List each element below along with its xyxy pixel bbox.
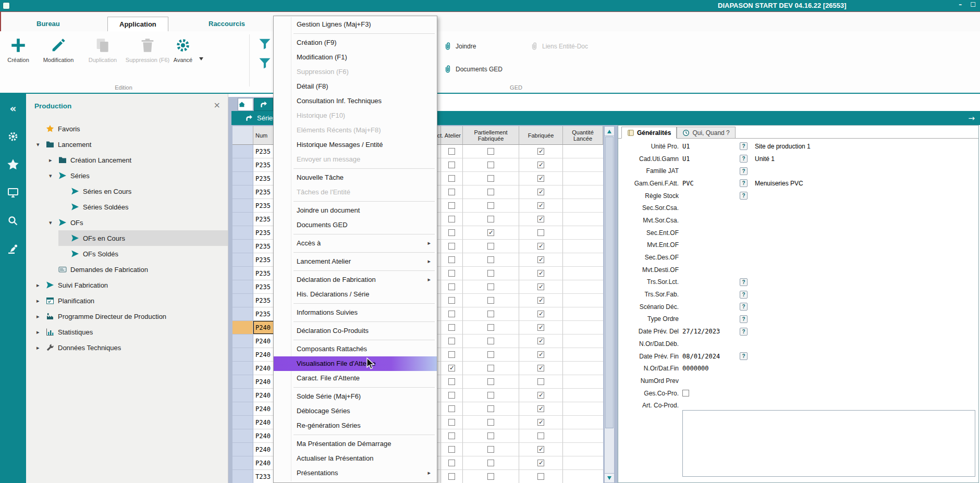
menu-item-historique-messages-entite[interactable]: Historique Messages / Entité (274, 138, 437, 152)
cell-partiel[interactable] (463, 443, 519, 456)
partiel-checkbox[interactable] (487, 392, 494, 399)
partiel-checkbox[interactable] (487, 460, 494, 466)
cell-atelier[interactable] (441, 335, 463, 348)
fabriquee-checkbox[interactable] (537, 283, 544, 290)
partiel-checkbox[interactable] (487, 216, 494, 222)
help-button[interactable]: ? (740, 155, 748, 163)
cell-partiel[interactable] (463, 226, 519, 240)
row-selector[interactable] (232, 443, 253, 456)
cell-fabriquee[interactable] (519, 389, 563, 402)
partiel-checkbox[interactable] (487, 432, 494, 439)
nav-item-ofs-soldes[interactable]: OFs Soldés (26, 246, 228, 262)
row-selector[interactable] (232, 253, 253, 267)
cell-atelier[interactable] (441, 321, 463, 335)
nav-item-series[interactable]: ▾Séries (26, 168, 228, 183)
menu-item-re-generation-series[interactable]: Re-génération Séries (274, 418, 437, 433)
sidebar-search-button[interactable] (6, 214, 20, 228)
field-value[interactable]: U1 (682, 143, 740, 150)
partiel-checkbox[interactable] (487, 311, 494, 317)
row-selector[interactable] (232, 226, 253, 240)
partiel-checkbox[interactable] (487, 365, 494, 371)
cell-atelier[interactable] (441, 240, 463, 253)
column-header[interactable]: Partiellement Fabriquée (463, 126, 519, 145)
nav-item-donnees-techniques[interactable]: ▸Données Techniques (26, 340, 228, 355)
row-selector[interactable] (232, 402, 253, 416)
cell-partiel[interactable] (463, 362, 519, 375)
menu-item-detail-f8[interactable]: Détail (F8) (274, 79, 437, 94)
nav-item-ofs-en-cours[interactable]: OFs en Cours (26, 230, 228, 246)
scroll-down-button[interactable] (605, 473, 614, 482)
menu-item-joindre-un-document[interactable]: Joindre un document (274, 203, 437, 218)
fabriquee-checkbox[interactable] (537, 202, 544, 209)
partiel-checkbox[interactable] (487, 338, 494, 344)
help-button[interactable]: ? (740, 303, 748, 311)
sidebar-desktop-button[interactable] (6, 185, 20, 200)
partiel-checkbox[interactable] (487, 243, 494, 250)
atelier-checkbox[interactable] (448, 311, 455, 317)
nav-close-button[interactable]: × (214, 100, 220, 110)
row-selector[interactable] (232, 158, 253, 172)
cell-atelier[interactable] (441, 213, 463, 226)
cell-fabriquee[interactable] (519, 416, 563, 429)
atelier-checkbox[interactable] (448, 243, 455, 250)
atelier-checkbox[interactable] (448, 229, 455, 236)
row-selector[interactable] (232, 375, 253, 389)
partiel-checkbox[interactable] (487, 297, 494, 304)
fabriquee-checkbox[interactable] (537, 162, 544, 168)
column-header[interactable]: ct. Atelier (441, 126, 463, 145)
maximize-button[interactable]: ☐ (970, 1, 976, 8)
cell-fabriquee[interactable] (519, 267, 563, 280)
atelier-checkbox[interactable] (448, 256, 455, 263)
fabriquee-checkbox[interactable] (537, 270, 544, 277)
cell-fabriquee[interactable] (519, 470, 563, 483)
cell-fabriquee[interactable] (519, 456, 563, 470)
help-button[interactable]: ? (740, 167, 748, 175)
menu-item-solde-serie-maj-f6[interactable]: Solde Série (Maj+F6) (274, 389, 437, 404)
row-selector[interactable] (232, 321, 253, 335)
help-button[interactable]: ? (740, 142, 748, 150)
partiel-checkbox[interactable] (487, 405, 494, 412)
cell-atelier[interactable] (441, 389, 463, 402)
partiel-checkbox[interactable] (487, 270, 494, 277)
expander-icon[interactable]: ▾ (49, 219, 58, 226)
menu-item-composants-rattaches[interactable]: Composants Rattachés (274, 342, 437, 356)
partiel-checkbox[interactable] (487, 229, 494, 236)
cell-atelier[interactable] (441, 375, 463, 389)
fabriquee-checkbox[interactable] (537, 311, 544, 317)
cell-partiel[interactable] (463, 429, 519, 443)
ges-co-pro-checkbox[interactable] (682, 390, 689, 397)
cell-fabriquee[interactable] (519, 185, 563, 199)
help-button[interactable]: ? (740, 291, 748, 299)
cell-partiel[interactable] (463, 213, 519, 226)
menu-item-documents-ged[interactable]: Documents GED (274, 218, 437, 232)
nav-item-series-soldees[interactable]: Séries Soldées (26, 199, 228, 215)
partiel-checkbox[interactable] (487, 256, 494, 263)
cell-partiel[interactable] (463, 280, 519, 294)
partiel-checkbox[interactable] (487, 378, 494, 385)
row-selector[interactable] (232, 416, 253, 429)
nav-item-lancement[interactable]: ▾Lancement (26, 137, 228, 152)
cell-partiel[interactable] (463, 172, 519, 185)
row-selector[interactable] (232, 199, 253, 213)
cell-fabriquee[interactable] (519, 253, 563, 267)
cell-partiel[interactable] (463, 294, 519, 307)
partiel-checkbox[interactable] (487, 419, 494, 426)
cell-fabriquee[interactable] (519, 429, 563, 443)
cell-partiel[interactable] (463, 321, 519, 335)
cell-fabriquee[interactable] (519, 375, 563, 389)
row-selector[interactable] (232, 362, 253, 375)
expander-icon[interactable]: ▾ (36, 141, 46, 148)
help-button[interactable]: ? (740, 352, 748, 360)
cell-partiel[interactable] (463, 389, 519, 402)
documents-ged-button[interactable]: Documents GED (443, 65, 503, 74)
menu-item-declaration-de-fabrication[interactable]: Déclaration de Fabrication▸ (274, 273, 437, 287)
cell-atelier[interactable] (441, 145, 463, 158)
atelier-checkbox[interactable] (448, 283, 455, 290)
cell-fabriquee[interactable] (519, 402, 563, 416)
cell-atelier[interactable] (441, 253, 463, 267)
atelier-checkbox[interactable] (448, 175, 455, 182)
partiel-checkbox[interactable] (487, 351, 494, 358)
cell-atelier[interactable] (441, 307, 463, 321)
expander-icon[interactable]: ▸ (36, 329, 46, 336)
sidebar-favorites-button[interactable] (6, 157, 20, 172)
